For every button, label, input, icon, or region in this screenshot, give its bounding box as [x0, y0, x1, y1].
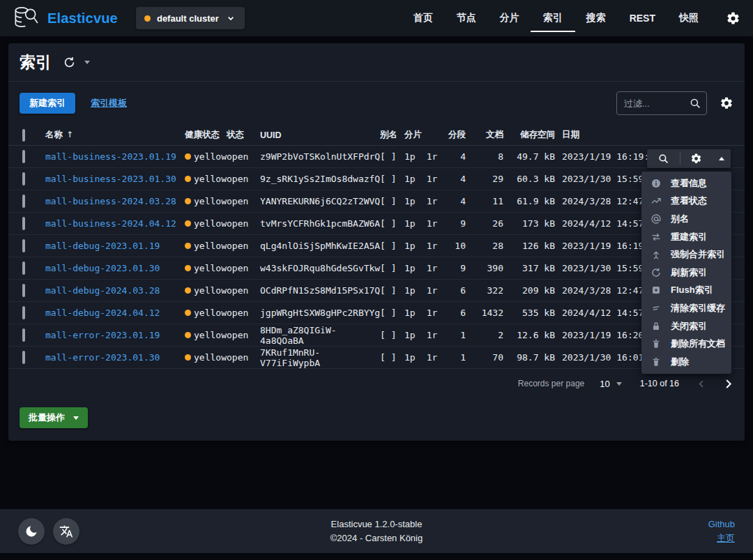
row-checkbox[interactable] — [22, 195, 25, 208]
menu-item-删除[interactable]: 删除 — [641, 353, 731, 371]
row-checkbox[interactable] — [22, 284, 25, 297]
index-name-link[interactable]: mall-business-2023.01.30 — [45, 174, 176, 184]
index-name-link[interactable]: mall-error-2023.01.19 — [45, 330, 160, 340]
index-name-cell: mall-error-2023.01.19 — [45, 330, 185, 340]
records-per-page-label: Records per page — [518, 379, 584, 388]
tab-nodes[interactable]: 节点 — [457, 0, 476, 36]
reload-options-caret-icon[interactable] — [84, 61, 90, 64]
table-row[interactable]: mall-business-2024.03.28yellowopenYANYRE… — [8, 190, 745, 213]
menu-item-Flush索引[interactable]: Flush索引 — [641, 282, 731, 300]
settings-gear-icon[interactable] — [726, 11, 740, 26]
aliases-cell: [ ] — [380, 352, 404, 363]
column-header[interactable]: 别名 — [380, 129, 404, 141]
menu-item-清除索引缓存[interactable]: 清除索引缓存 — [641, 299, 731, 317]
docs-cell: 8 — [466, 151, 503, 162]
column-header[interactable]: 文档 — [466, 129, 503, 141]
brand-title[interactable]: Elasticvue — [47, 10, 118, 27]
segments-cell: 6 — [446, 308, 466, 318]
row-checkbox[interactable] — [22, 150, 25, 163]
tab-rest[interactable]: REST — [630, 0, 655, 36]
menu-item-删除所有文档[interactable]: 删除所有文档 — [641, 335, 731, 353]
sort-ascending-icon: ↑ — [66, 130, 73, 139]
reload-indices-button[interactable] — [63, 56, 76, 69]
shards-cell: 1p1r — [404, 151, 446, 162]
row-options-collapse-caret-icon[interactable] — [713, 157, 731, 160]
index-name-link[interactable]: mall-debug-2024.04.12 — [45, 308, 160, 318]
column-header[interactable]: 状态 — [227, 129, 260, 141]
index-name-link[interactable]: mall-debug-2023.01.19 — [45, 241, 160, 251]
table-row[interactable]: mall-debug-2023.01.19yellowopenqLg4nlOiS… — [8, 235, 745, 257]
column-header[interactable]: 分片 — [404, 129, 446, 141]
row-options-gear-icon[interactable] — [680, 149, 713, 168]
menu-item-查看信息[interactable]: 查看信息 — [641, 174, 731, 192]
next-page-icon[interactable] — [722, 377, 735, 391]
menu-item-强制合并索引[interactable]: 强制合并索引 — [641, 245, 731, 264]
top-app-bar: Elasticvue default cluster 首页节点分片索引搜索RES… — [0, 0, 753, 36]
storage-cell: 209 kB — [503, 285, 555, 296]
row-actions-menu: 查看信息查看状态别名重建索引强制合并索引刷新索引Flush索引清除索引缓存关闭索… — [641, 172, 731, 374]
health-label: yellow — [194, 151, 227, 162]
menu-item-别名[interactable]: 别名 — [641, 210, 731, 228]
index-name-link[interactable]: mall-debug-2023.01.30 — [45, 263, 160, 273]
new-index-button[interactable]: 新建索引 — [20, 93, 75, 114]
column-header[interactable]: 储存空间 — [503, 129, 555, 141]
menu-item-label: 刷新索引 — [671, 266, 707, 279]
docs-cell: 322 — [466, 285, 503, 296]
menu-item-关闭索引[interactable]: 关闭索引 — [641, 317, 731, 335]
row-checkbox[interactable] — [22, 328, 25, 342]
tab-search[interactable]: 搜索 — [586, 0, 606, 36]
table-row[interactable]: mall-error-2023.01.19yellowopen8HDm_aZ8Q… — [8, 324, 745, 347]
swap-horizontal-icon — [651, 232, 662, 243]
row-checkbox[interactable] — [22, 306, 25, 319]
column-header[interactable]: 名称↑ — [45, 129, 185, 141]
shards-cell: 1p1r — [404, 308, 446, 318]
tab-indices[interactable]: 索引 — [543, 0, 563, 36]
row-checkbox[interactable] — [22, 351, 25, 364]
health-cell: yellow — [185, 308, 227, 318]
storage-cell: 12.6 kB — [503, 330, 555, 340]
pagination-bar: Records per page 10 1-10 of 16 — [8, 369, 745, 398]
tab-home[interactable]: 首页 — [413, 0, 433, 36]
menu-item-查看状态[interactable]: 查看状态 — [641, 192, 731, 211]
table-settings-gear-icon[interactable] — [720, 96, 733, 110]
storage-cell: 126 kB — [503, 241, 555, 251]
column-header[interactable]: UUID — [260, 130, 380, 140]
table-row[interactable]: mall-debug-2024.04.12yellowopenjgpWRgHtS… — [8, 302, 745, 324]
show-documents-search-icon[interactable] — [647, 149, 680, 168]
row-checkbox[interactable] — [22, 262, 25, 275]
menu-item-刷新索引[interactable]: 刷新索引 — [641, 264, 731, 282]
table-row[interactable]: mall-business-2023.01.19yellowopenz9WP2b… — [8, 146, 745, 168]
index-name-link[interactable]: mall-debug-2024.03.28 — [45, 285, 160, 296]
column-header[interactable]: 日期 — [562, 129, 745, 141]
row-checkbox[interactable] — [22, 217, 25, 230]
index-name-link[interactable]: mall-business-2024.03.28 — [45, 196, 176, 206]
menu-item-重建索引[interactable]: 重建索引 — [641, 228, 731, 246]
table-row[interactable]: mall-debug-2024.03.28yellowopenOCdRPfN1S… — [8, 280, 745, 302]
cluster-name: default cluster — [157, 13, 219, 24]
replica-shards: 1r — [427, 285, 438, 296]
index-name-cell: mall-debug-2024.04.12 — [45, 308, 185, 318]
column-header[interactable]: 健康状态 — [185, 129, 227, 141]
table-row[interactable]: mall-debug-2023.01.30yellowopenw43skFOJR… — [8, 257, 745, 280]
index-templates-link[interactable]: 索引模板 — [91, 97, 127, 109]
per-page-select[interactable]: 10 — [600, 379, 621, 389]
tab-shards[interactable]: 分片 — [500, 0, 519, 36]
footer: Elasticvue 1.2.0-stable ©2024 - Carsten … — [0, 509, 753, 553]
github-link[interactable]: Github — [708, 517, 735, 531]
row-checkbox[interactable] — [22, 239, 25, 252]
index-name-link[interactable]: mall-business-2023.01.19 — [45, 151, 176, 162]
cluster-selector-button[interactable]: default cluster — [136, 7, 245, 29]
column-header[interactable]: 分段 — [446, 129, 466, 141]
menu-item-label: Flush索引 — [671, 284, 713, 296]
bulk-actions-button[interactable]: 批量操作 — [20, 407, 88, 428]
table-row[interactable]: mall-business-2023.01.30yellowopen9z_sRK… — [8, 168, 745, 190]
table-row[interactable]: mall-business-2024.04.12yellowopentvMrsY… — [8, 213, 745, 235]
select-all-checkbox[interactable] — [22, 129, 25, 142]
table-row[interactable]: mall-error-2023.01.30yellowopen7KRuf1MnR… — [8, 347, 745, 369]
row-checkbox[interactable] — [22, 172, 25, 186]
index-name-link[interactable]: mall-business-2024.04.12 — [45, 218, 176, 229]
home-link[interactable]: 主页 — [708, 531, 735, 545]
tab-snapshots[interactable]: 快照 — [679, 0, 699, 36]
index-name-link[interactable]: mall-error-2023.01.30 — [45, 352, 160, 363]
previous-page-icon[interactable] — [696, 378, 708, 390]
